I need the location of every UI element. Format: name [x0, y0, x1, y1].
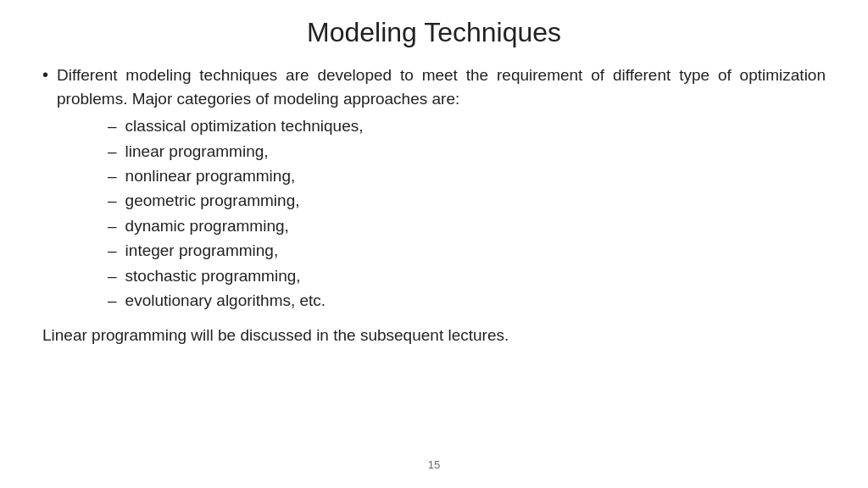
dash-icon: –	[108, 164, 117, 188]
dash-icon: –	[108, 214, 117, 238]
bullet-dot: •	[42, 65, 48, 85]
dash-icon: –	[108, 238, 117, 263]
dash-icon: –	[108, 139, 117, 164]
list-item: –dynamic programming,	[108, 214, 826, 238]
dash-icon: –	[108, 288, 117, 313]
list-item: –evolutionary algorithms, etc.	[108, 288, 826, 313]
list-item: –nonlinear programming,	[108, 164, 826, 188]
footer-text: Linear programming will be discussed in …	[42, 324, 826, 347]
slide-title: Modeling Techniques	[42, 17, 826, 48]
main-bullet: • Different modeling techniques are deve…	[42, 64, 826, 317]
dash-icon: –	[108, 188, 117, 213]
page-number: 15	[42, 458, 826, 471]
list-item: –linear programming,	[108, 139, 826, 164]
dash-icon: –	[108, 114, 117, 138]
list-item: –integer programming,	[108, 238, 826, 263]
list-item: –stochastic programming,	[108, 263, 826, 288]
sub-list: –classical optimization techniques, –lin…	[108, 114, 826, 313]
content-area: • Different modeling techniques are deve…	[42, 64, 826, 452]
main-bullet-text: Different modeling techniques are develo…	[57, 64, 826, 110]
list-item: –classical optimization techniques,	[108, 114, 826, 138]
dash-icon: –	[108, 263, 117, 288]
list-item: –geometric programming,	[108, 188, 826, 213]
